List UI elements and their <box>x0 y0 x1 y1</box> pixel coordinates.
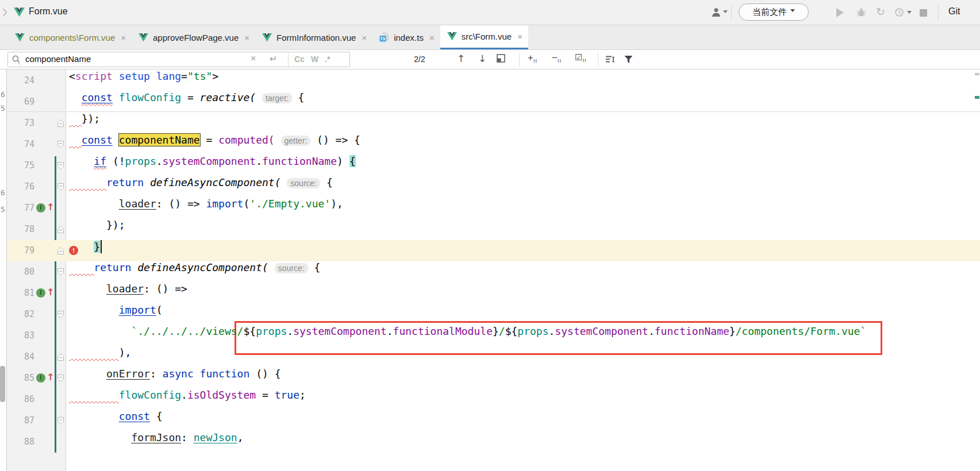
fold-marker-down-icon[interactable] <box>57 310 64 321</box>
left-edge-strip <box>0 70 7 471</box>
run-configuration-button[interactable]: 当前文件 <box>739 3 809 21</box>
up-arrow-icon[interactable]: ↑ <box>47 203 54 212</box>
fold-marker-up-icon[interactable] <box>57 119 64 130</box>
code-token <box>256 91 262 103</box>
stripe-mark[interactable] <box>975 73 979 75</box>
code-line-83[interactable]: `./../../../views/${props.systemComponen… <box>69 325 866 346</box>
words-toggle[interactable]: W <box>311 55 318 64</box>
code-token: flowConfig <box>119 91 181 103</box>
fold-marker-down-icon[interactable] <box>57 374 64 385</box>
add-occurrence-button[interactable]: +II <box>528 52 537 64</box>
implementation-gutter-icon[interactable]: I <box>36 288 45 298</box>
code-line-74[interactable]: const componentName = computed( getter: … <box>69 134 360 155</box>
code-line-79[interactable]: } <box>69 240 102 261</box>
line-number[interactable]: 77 <box>7 198 34 219</box>
code-line-85[interactable]: onError: async function () { <box>69 368 280 389</box>
line-number[interactable]: 83 <box>7 325 34 346</box>
user-dropdown-chevron-icon[interactable] <box>723 10 728 16</box>
up-arrow-icon[interactable]: ↑ <box>47 373 54 382</box>
line-number[interactable]: 78 <box>7 219 34 240</box>
fold-marker-down-icon[interactable] <box>57 161 64 172</box>
line-number[interactable]: 82 <box>7 304 34 325</box>
code-line-87[interactable]: const { <box>69 410 163 431</box>
edge-scrollbar-thumb[interactable] <box>0 366 5 402</box>
implementation-gutter-icon[interactable]: I <box>36 203 45 213</box>
line-number[interactable]: 24 <box>7 70 34 91</box>
close-icon[interactable]: × <box>121 33 126 43</box>
match-case-toggle[interactable]: Cc <box>294 55 305 64</box>
fold-marker-down-icon[interactable] <box>57 183 64 194</box>
fold-marker-up-icon[interactable] <box>57 246 64 257</box>
close-icon[interactable]: × <box>429 33 435 43</box>
code-line-88[interactable]: formJson: newJson, <box>69 431 243 453</box>
code-line-81[interactable]: loader: () => <box>69 283 187 304</box>
line-number[interactable]: 84 <box>7 346 34 368</box>
code-line-75[interactable]: if (!props.systemComponent.functionName)… <box>69 155 356 176</box>
fold-marker-down-icon[interactable] <box>57 268 64 279</box>
code-line-69[interactable]: const flowConfig = reactive( target: { <box>69 91 304 113</box>
coverage-icon[interactable]: ↻ <box>876 7 885 17</box>
open-in-find-window-icon[interactable] <box>497 54 506 65</box>
code-line-86[interactable]: flowConfig.isOldSystem = true; <box>69 389 306 410</box>
breadcrumb-chevron-icon[interactable] <box>2 8 7 19</box>
profiler-icon[interactable] <box>894 7 904 19</box>
up-arrow-icon[interactable]: ↑ <box>47 288 54 297</box>
user-icon[interactable] <box>711 7 722 20</box>
fold-marker-up-icon[interactable] <box>57 225 64 236</box>
code-line-78[interactable]: }); <box>69 219 125 240</box>
filter-results-icon[interactable] <box>624 55 633 66</box>
debug-icon[interactable] <box>856 7 866 19</box>
tab-src-form.vue[interactable]: src\Form.vue× <box>440 25 528 49</box>
code-line-82[interactable]: import( <box>69 304 163 325</box>
tab-index.ts[interactable]: TSindex.ts× <box>372 25 440 49</box>
implementation-gutter-icon[interactable]: I <box>36 373 45 383</box>
search-icon[interactable] <box>11 55 22 67</box>
run-icon[interactable] <box>836 8 844 17</box>
stripe-mark[interactable] <box>975 96 979 99</box>
line-number[interactable]: 74 <box>7 134 34 155</box>
remove-occurrence-button[interactable]: −II <box>552 52 562 64</box>
editor[interactable]: 656524<script setup lang="ts">69 const f… <box>0 70 980 471</box>
tab-approveflowpage.vue[interactable]: approveFlowPage.vue× <box>132 25 255 49</box>
code-line-76[interactable]: return defineAsyncComponent( source: { <box>69 176 333 198</box>
select-all-occurrences-button[interactable]: ☑II <box>575 52 586 63</box>
line-number[interactable]: 85 <box>7 368 34 389</box>
search-in-selection-icon[interactable] <box>605 55 616 66</box>
code-token: }); <box>82 113 101 125</box>
line-number[interactable]: 80 <box>7 261 34 283</box>
clear-search-icon[interactable]: × <box>251 53 256 64</box>
close-icon[interactable]: × <box>244 33 249 43</box>
search-input[interactable]: componentName <box>25 54 91 64</box>
search-field[interactable]: componentName × ↵ CcW.* <box>7 52 350 67</box>
fold-marker-down-icon[interactable] <box>57 140 64 151</box>
close-icon[interactable]: × <box>517 32 522 41</box>
fold-marker-up-icon[interactable] <box>57 353 64 364</box>
text-caret <box>101 240 102 253</box>
code-line-73[interactable]: }); <box>69 113 100 134</box>
line-number[interactable]: 73 <box>7 113 34 134</box>
code-line-77[interactable]: loader: () => import('./Empty.vue'), <box>69 198 343 219</box>
code-line-80[interactable]: return defineAsyncComponent( source: { <box>69 261 320 283</box>
line-number[interactable]: 76 <box>7 176 34 198</box>
fold-marker-down-icon[interactable] <box>57 416 64 427</box>
close-icon[interactable]: × <box>362 33 367 43</box>
line-number[interactable]: 75 <box>7 155 34 176</box>
stop-icon[interactable] <box>920 9 927 17</box>
line-number[interactable]: 81 <box>7 283 34 304</box>
code-line-24[interactable]: <script setup lang="ts"> <box>69 70 218 91</box>
line-number[interactable]: 88 <box>7 431 34 453</box>
line-number[interactable]: 86 <box>7 389 34 410</box>
tab-forminformation.vue[interactable]: FormInformation.vue× <box>255 25 372 49</box>
next-occurrence-button[interactable]: ↓ <box>478 53 486 64</box>
line-number[interactable]: 79 <box>7 240 34 261</box>
previous-occurrence-button[interactable]: ↑ <box>457 53 465 64</box>
newline-icon[interactable]: ↵ <box>270 53 277 64</box>
line-number[interactable]: 69 <box>7 91 34 113</box>
line-number[interactable]: 87 <box>7 410 34 431</box>
profiler-chevron-icon[interactable] <box>907 11 912 16</box>
tab-components-form.vue[interactable]: components\Form.vue× <box>8 25 132 49</box>
code-token: ( <box>243 198 249 210</box>
git-menu[interactable]: Git <box>948 6 960 17</box>
regex-toggle[interactable]: .* <box>325 55 330 64</box>
code-line-84[interactable]: ), <box>69 346 131 368</box>
